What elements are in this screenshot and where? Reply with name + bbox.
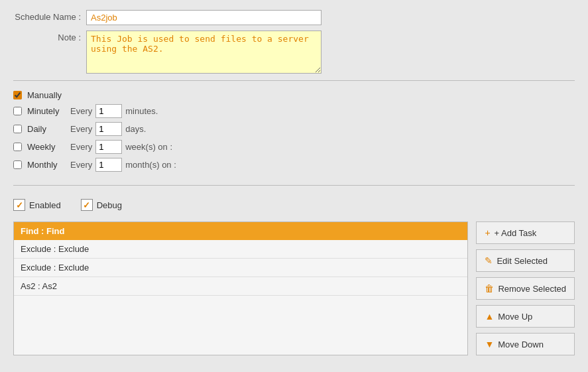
minutely-checkbox[interactable]	[13, 107, 22, 115]
daily-every-label: Every	[70, 124, 92, 134]
up-icon: ▲	[485, 311, 494, 322]
enabled-checkbox-item: Enabled	[13, 199, 61, 211]
schedule-name-label: Schedule Name :	[13, 10, 86, 22]
daily-checkbox[interactable]	[13, 125, 22, 133]
note-row: Note : This Job is used to send files to…	[13, 31, 575, 74]
move-down-label: Move Down	[498, 340, 544, 349]
task-list-item[interactable]: As2 : As2	[14, 277, 467, 296]
move-up-label: Move Up	[498, 312, 532, 322]
monthly-checkbox[interactable]	[13, 160, 22, 169]
remove-selected-button[interactable]: 🗑 Remove Selected	[476, 277, 575, 300]
weekly-unit: week(s) on :	[125, 142, 172, 152]
edit-selected-label: Edit Selected	[497, 256, 548, 266]
weekly-every-label: Every	[70, 142, 92, 152]
schedule-name-input[interactable]	[86, 10, 322, 25]
enabled-label: Enabled	[29, 200, 61, 210]
debug-checkbox[interactable]	[81, 199, 93, 211]
divider-2	[13, 185, 575, 186]
schedule-row-manually: Manually	[13, 90, 575, 100]
move-up-button[interactable]: ▲ Move Up	[476, 305, 575, 328]
trash-icon: 🗑	[485, 283, 494, 294]
task-list-item[interactable]: Exclude : Exclude	[14, 259, 467, 277]
daily-input[interactable]	[95, 122, 122, 136]
schedule-name-row: Schedule Name :	[13, 10, 575, 25]
monthly-unit: month(s) on :	[125, 160, 176, 170]
schedule-row-monthly: Monthly Every month(s) on :	[13, 158, 575, 172]
daily-unit: days.	[125, 124, 146, 134]
down-icon: ▼	[485, 339, 494, 349]
task-list-item[interactable]: Exclude : Exclude	[14, 240, 467, 259]
monthly-label: Monthly	[27, 160, 70, 170]
checkboxes-row: Enabled Debug	[13, 192, 575, 217]
schedule-row-minutely: Minutely Every minutes.	[13, 104, 575, 118]
minutely-input[interactable]	[95, 104, 122, 118]
task-list-container: Find : Find Exclude : Exclude Exclude : …	[13, 221, 468, 355]
move-down-button[interactable]: ▼ Move Down	[476, 333, 575, 355]
add-task-button[interactable]: + + Add Task	[476, 221, 575, 244]
schedule-options: Manually Minutely Every minutes. Daily E…	[13, 88, 575, 178]
manually-label: Manually	[27, 90, 70, 100]
weekly-checkbox[interactable]	[13, 143, 22, 151]
remove-selected-label: Remove Selected	[498, 284, 566, 294]
debug-label: Debug	[97, 200, 122, 210]
main-container: Schedule Name : Note : This Job is used …	[0, 0, 588, 372]
weekly-label: Weekly	[27, 142, 70, 152]
note-textarea[interactable]: This Job is used to send files to a serv…	[86, 31, 322, 74]
enabled-checkbox[interactable]	[13, 199, 25, 211]
plus-icon: +	[485, 227, 490, 238]
task-section: Find : Find Exclude : Exclude Exclude : …	[13, 221, 575, 355]
manually-checkbox[interactable]	[13, 91, 22, 99]
weekly-input[interactable]	[95, 140, 122, 154]
add-task-label: + Add Task	[495, 228, 537, 238]
divider-1	[13, 80, 575, 81]
monthly-input[interactable]	[95, 158, 122, 172]
note-label: Note :	[13, 31, 86, 42]
monthly-every-label: Every	[70, 160, 92, 170]
daily-label: Daily	[27, 124, 70, 134]
edit-icon: ✎	[485, 255, 493, 266]
task-buttons: + + Add Task ✎ Edit Selected 🗑 Remove Se…	[476, 221, 575, 355]
minutely-label: Minutely	[27, 106, 70, 116]
task-list-header[interactable]: Find : Find	[14, 222, 467, 240]
minutely-unit: minutes.	[125, 106, 158, 116]
schedule-row-daily: Daily Every days.	[13, 122, 575, 136]
schedule-row-weekly: Weekly Every week(s) on :	[13, 140, 575, 154]
debug-checkbox-item: Debug	[81, 199, 122, 211]
edit-selected-button[interactable]: ✎ Edit Selected	[476, 249, 575, 272]
minutely-every-label: Every	[70, 106, 92, 116]
